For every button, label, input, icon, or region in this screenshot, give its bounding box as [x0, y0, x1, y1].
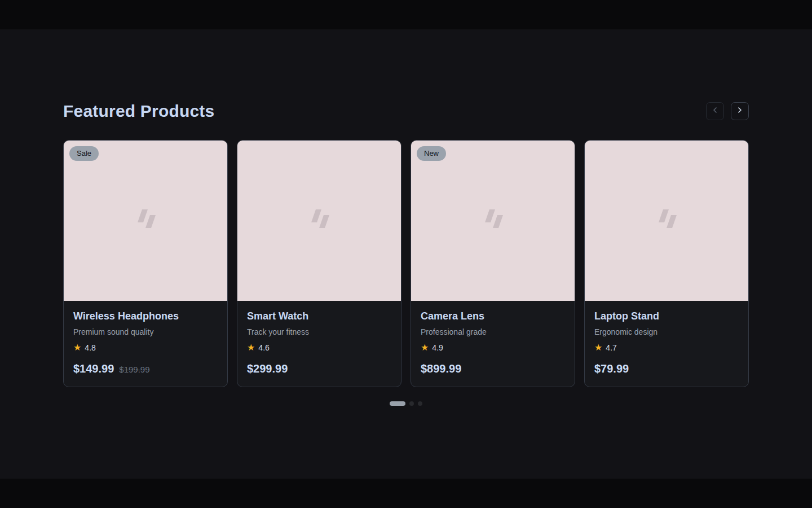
product-description: Professional grade [421, 327, 565, 336]
current-price: $79.99 [594, 362, 629, 375]
product-card[interactable]: Sale Wireless Headphones Premium sound q… [63, 140, 228, 387]
carousel-prev-button[interactable] [706, 102, 724, 120]
product-rating: ★ 4.9 [421, 343, 565, 352]
rating-value: 4.6 [258, 343, 269, 352]
product-rating: ★ 4.7 [594, 343, 739, 352]
product-pricing: $899.99 [421, 362, 565, 375]
product-rating: ★ 4.8 [73, 343, 218, 352]
featured-products-section: Featured Products Sale Wi [63, 0, 749, 406]
product-name: Laptop Stand [594, 310, 739, 322]
section-header: Featured Products [63, 102, 749, 121]
rating-value: 4.7 [606, 343, 616, 352]
image-placeholder-icon [480, 208, 506, 234]
product-info: Smart Watch Track your fitness ★ 4.6 $29… [237, 301, 401, 387]
product-carousel: Sale Wireless Headphones Premium sound q… [63, 140, 749, 387]
product-name: Wireless Headphones [73, 310, 218, 322]
product-image-placeholder [585, 141, 748, 301]
product-card[interactable]: Smart Watch Track your fitness ★ 4.6 $29… [237, 140, 401, 387]
carousel-nav [706, 102, 749, 120]
new-badge: New [417, 146, 446, 161]
chevron-right-icon [735, 106, 744, 117]
carousel-next-button[interactable] [731, 102, 749, 120]
page-title: Featured Products [63, 102, 214, 121]
rating-value: 4.8 [85, 343, 95, 352]
product-pricing: $149.99 $199.99 [73, 362, 218, 375]
product-info: Wireless Headphones Premium sound qualit… [64, 301, 227, 387]
product-description: Premium sound quality [73, 327, 218, 336]
bottom-bar [0, 479, 812, 508]
product-image-placeholder: New [411, 141, 575, 301]
product-card[interactable]: Laptop Stand Ergonomic design ★ 4.7 $79.… [584, 140, 749, 387]
star-icon: ★ [594, 343, 602, 352]
top-navigation-bar [0, 0, 812, 29]
chevron-left-icon [710, 106, 720, 117]
product-card[interactable]: New Camera Lens Professional grade ★ 4.9… [411, 140, 575, 387]
pagination-dot-2[interactable] [409, 401, 414, 406]
product-pricing: $79.99 [594, 362, 739, 375]
product-description: Ergonomic design [594, 327, 739, 336]
rating-value: 4.9 [432, 343, 443, 352]
image-placeholder-icon [654, 208, 679, 234]
product-name: Smart Watch [247, 310, 391, 322]
product-info: Laptop Stand Ergonomic design ★ 4.7 $79.… [585, 301, 748, 387]
product-image-placeholder: Sale [64, 141, 227, 301]
product-description: Track your fitness [247, 327, 391, 336]
star-icon: ★ [247, 343, 255, 352]
product-name: Camera Lens [421, 310, 565, 322]
pagination-dot-3[interactable] [418, 401, 422, 406]
image-placeholder-icon [133, 208, 158, 234]
product-pricing: $299.99 [247, 362, 391, 375]
product-rating: ★ 4.6 [247, 343, 391, 352]
product-image-placeholder [237, 141, 401, 301]
current-price: $149.99 [73, 362, 114, 375]
star-icon: ★ [73, 343, 81, 352]
pagination-dot-1[interactable] [390, 401, 405, 406]
product-info: Camera Lens Professional grade ★ 4.9 $89… [411, 301, 575, 387]
current-price: $299.99 [247, 362, 288, 375]
original-price: $199.99 [119, 365, 149, 374]
current-price: $899.99 [421, 362, 461, 375]
carousel-pagination [63, 401, 749, 406]
sale-badge: Sale [69, 146, 99, 161]
star-icon: ★ [421, 343, 429, 352]
image-placeholder-icon [306, 208, 332, 234]
